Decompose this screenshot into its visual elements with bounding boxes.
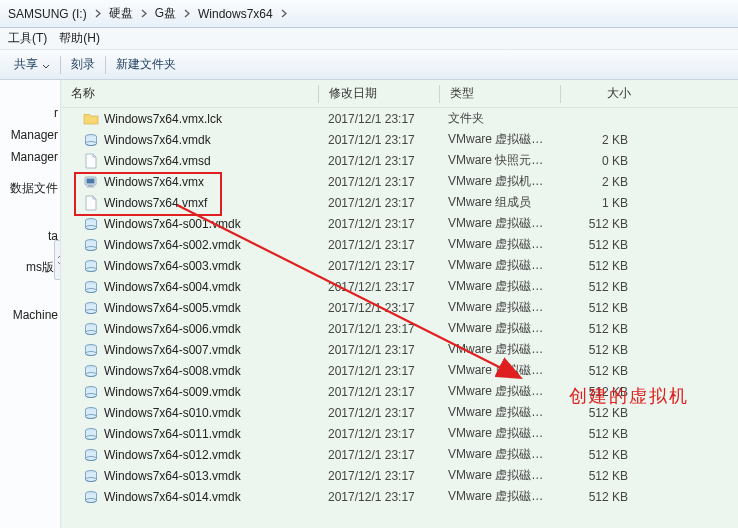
breadcrumb-item[interactable]: SAMSUNG (I:) [4,7,91,21]
file-type: VMware 虚拟磁盘... [438,362,558,379]
table-row[interactable]: Windows7x64-s009.vmdk2017/12/1 23:17VMwa… [61,381,738,402]
table-row[interactable]: Windows7x64-s012.vmdk2017/12/1 23:17VMwa… [61,444,738,465]
toolbar-newfolder[interactable]: 新建文件夹 [106,50,186,79]
vmdk-icon [83,132,99,148]
file-type: VMware 虚拟磁盘... [438,383,558,400]
breadcrumb-item[interactable]: 硬盘 [105,5,137,22]
table-row[interactable]: Windows7x64.vmdk2017/12/1 23:17VMware 虚拟… [61,129,738,150]
column-date[interactable]: 修改日期 [319,80,439,107]
nav-tree-item[interactable] [0,217,60,225]
nav-tree-item[interactable]: ta [0,225,60,247]
table-row[interactable]: Windows7x64-s004.vmdk2017/12/1 23:17VMwa… [61,276,738,297]
table-row[interactable]: Windows7x64.vmxf2017/12/1 23:17VMware 组成… [61,192,738,213]
toolbar-share[interactable]: 共享 [4,50,60,79]
file-type: VMware 虚拟磁盘... [438,215,558,232]
file-type: VMware 虚拟磁盘... [438,467,558,484]
toolbar-burn[interactable]: 刻录 [61,50,105,79]
nav-tree-item[interactable]: Manager [0,146,60,168]
file-type: VMware 虚拟磁盘... [438,299,558,316]
column-name[interactable]: 名称 [61,80,318,107]
file-type: VMware 虚拟磁盘... [438,446,558,463]
nav-tree-item[interactable] [0,288,60,296]
nav-tree-item[interactable]: Machine [0,304,60,326]
file-date: 2017/12/1 23:17 [318,301,438,315]
menu-tools[interactable]: 工具(T) [8,30,47,47]
file-size: 512 KB [558,490,638,504]
table-row[interactable]: Windows7x64-s003.vmdk2017/12/1 23:17VMwa… [61,255,738,276]
menu-help[interactable]: 帮助(H) [59,30,100,47]
chevron-right-icon[interactable] [180,9,194,18]
table-row[interactable]: Windows7x64.vmx2017/12/1 23:17VMware 虚拟机… [61,171,738,192]
nav-tree-item[interactable] [0,296,60,304]
file-size: 512 KB [558,469,638,483]
file-date: 2017/12/1 23:17 [318,280,438,294]
vmdk-icon [83,426,99,442]
file-size: 512 KB [558,217,638,231]
file-name: Windows7x64-s008.vmdk [104,364,241,378]
chevron-right-icon[interactable] [277,9,291,18]
column-size[interactable]: 大小 [561,80,641,107]
file-size: 512 KB [558,343,638,357]
nav-tree-item[interactable] [0,168,60,176]
file-size: 0 KB [558,154,638,168]
nav-tree-item[interactable] [0,247,60,255]
table-row[interactable]: Windows7x64-s008.vmdk2017/12/1 23:17VMwa… [61,360,738,381]
table-row[interactable]: Windows7x64-s014.vmdk2017/12/1 23:17VMwa… [61,486,738,507]
file-type: 文件夹 [438,110,558,127]
vmx-icon [83,174,99,190]
nav-tree-item[interactable] [0,280,60,288]
svg-rect-4 [88,185,93,186]
main-area: rManagerManager数据文件tams版)Machine 名称 修改日期… [0,80,738,528]
chevron-right-icon[interactable] [137,9,151,18]
breadcrumb-item[interactable]: Windows7x64 [194,7,277,21]
file-name: Windows7x64-s009.vmdk [104,385,241,399]
file-date: 2017/12/1 23:17 [318,238,438,252]
file-type: VMware 虚拟磁盘... [438,257,558,274]
file-date: 2017/12/1 23:17 [318,112,438,126]
nav-tree-item[interactable]: ms版) [0,255,60,280]
nav-scroll-handle[interactable] [54,240,61,280]
toolbar-share-label: 共享 [14,56,38,73]
vmdk-icon [83,405,99,421]
file-name: Windows7x64-s014.vmdk [104,490,241,504]
nav-tree-item[interactable]: r [0,102,60,124]
file-size: 512 KB [558,301,638,315]
nav-tree-item[interactable]: 数据文件 [0,176,60,201]
file-date: 2017/12/1 23:17 [318,259,438,273]
svg-rect-3 [87,178,95,183]
breadcrumb-item[interactable]: G盘 [151,5,180,22]
vmdk-icon [83,468,99,484]
column-type[interactable]: 类型 [440,80,560,107]
file-size: 512 KB [558,322,638,336]
file-name: Windows7x64-s012.vmdk [104,448,241,462]
table-row[interactable]: Windows7x64-s001.vmdk2017/12/1 23:17VMwa… [61,213,738,234]
file-date: 2017/12/1 23:17 [318,364,438,378]
file-size: 512 KB [558,448,638,462]
file-name: Windows7x64-s013.vmdk [104,469,241,483]
table-row[interactable]: Windows7x64.vmsd2017/12/1 23:17VMware 快照… [61,150,738,171]
file-date: 2017/12/1 23:17 [318,217,438,231]
file-date: 2017/12/1 23:17 [318,322,438,336]
file-type: VMware 虚拟磁盘... [438,278,558,295]
file-name: Windows7x64-s002.vmdk [104,238,241,252]
table-row[interactable]: Windows7x64-s011.vmdk2017/12/1 23:17VMwa… [61,423,738,444]
table-row[interactable]: Windows7x64-s010.vmdk2017/12/1 23:17VMwa… [61,402,738,423]
file-size: 512 KB [558,259,638,273]
nav-tree: rManagerManager数据文件tams版)Machine [0,80,61,528]
table-row[interactable]: Windows7x64-s005.vmdk2017/12/1 23:17VMwa… [61,297,738,318]
vmdk-icon [83,447,99,463]
nav-tree-item[interactable]: Manager [0,124,60,146]
file-type: VMware 虚拟磁盘... [438,320,558,337]
file-name: Windows7x64.vmsd [104,154,211,168]
nav-tree-item[interactable] [0,209,60,217]
table-row[interactable]: Windows7x64-s002.vmdk2017/12/1 23:17VMwa… [61,234,738,255]
chevron-right-icon[interactable] [91,9,105,18]
table-row[interactable]: Windows7x64-s006.vmdk2017/12/1 23:17VMwa… [61,318,738,339]
table-row[interactable]: Windows7x64.vmx.lck2017/12/1 23:17文件夹 [61,108,738,129]
table-row[interactable]: Windows7x64-s007.vmdk2017/12/1 23:17VMwa… [61,339,738,360]
nav-tree-item[interactable] [0,201,60,209]
vmdk-icon [83,279,99,295]
file-name: Windows7x64-s007.vmdk [104,343,241,357]
file-name: Windows7x64-s004.vmdk [104,280,241,294]
table-row[interactable]: Windows7x64-s013.vmdk2017/12/1 23:17VMwa… [61,465,738,486]
